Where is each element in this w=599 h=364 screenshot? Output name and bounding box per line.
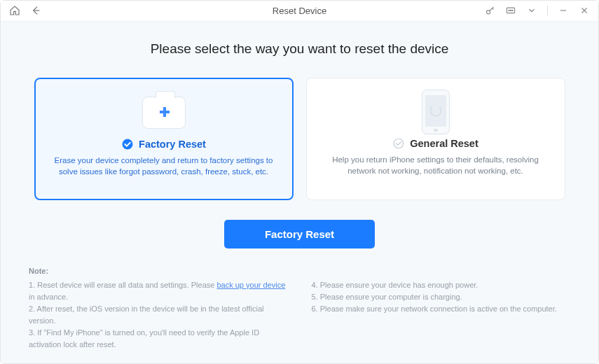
svg-point-4 xyxy=(512,10,513,10)
action-row: Factory Reset xyxy=(29,220,570,248)
svg-point-0 xyxy=(486,10,490,14)
svg-point-2 xyxy=(509,10,509,10)
content-area: Please select the way you want to reset … xyxy=(1,22,598,363)
chevron-down-icon[interactable] xyxy=(526,5,537,16)
check-filled-icon xyxy=(121,138,134,150)
notes-col-right: 4. Please ensure your device has enough … xyxy=(312,279,571,351)
factory-reset-button[interactable]: Factory Reset xyxy=(224,220,375,248)
app-window: Reset Device Please select the way you w… xyxy=(0,0,599,364)
titlebar-separator xyxy=(547,6,548,15)
back-icon[interactable] xyxy=(30,5,41,16)
svg-point-6 xyxy=(394,139,404,148)
titlebar: Reset Device xyxy=(1,1,598,22)
notes-title: Note: xyxy=(29,267,570,275)
first-aid-kit-icon xyxy=(142,92,186,134)
card-description: Erase your device completely and return … xyxy=(53,155,275,178)
backup-link[interactable]: back up your device xyxy=(216,281,285,289)
note-3: 3. If "Find My iPhone" is turned on, you… xyxy=(29,327,288,351)
close-icon[interactable] xyxy=(579,5,590,16)
phone-refresh-icon xyxy=(422,91,450,133)
card-description: Help you return iPhone settings to their… xyxy=(324,154,548,177)
note-5: 5. Please ensure your computer is chargi… xyxy=(312,291,571,303)
note-6: 6. Please make sure your network connect… xyxy=(312,303,571,315)
card-factory-reset[interactable]: Factory Reset Erase your device complete… xyxy=(34,78,294,200)
note-4: 4. Please ensure your device has enough … xyxy=(312,279,571,291)
notes-section: Note: 1. Reset device will erase all dat… xyxy=(29,267,570,351)
home-icon[interactable] xyxy=(9,5,20,16)
check-outline-icon xyxy=(392,137,405,150)
feedback-icon[interactable] xyxy=(505,5,516,16)
svg-point-5 xyxy=(123,139,133,149)
key-icon[interactable] xyxy=(484,5,495,16)
page-headline: Please select the way you want to reset … xyxy=(29,41,570,57)
card-title: Factory Reset xyxy=(139,139,206,150)
minimize-icon[interactable] xyxy=(558,5,569,16)
card-general-reset[interactable]: General Reset Help you return iPhone set… xyxy=(306,78,565,200)
svg-point-3 xyxy=(510,10,511,10)
notes-col-left: 1. Reset device will erase all data and … xyxy=(29,279,288,351)
card-title: General Reset xyxy=(410,138,478,149)
note-2: 2. After reset, the iOS version in the d… xyxy=(29,303,288,327)
note-1: 1. Reset device will erase all data and … xyxy=(29,279,288,303)
option-cards: Factory Reset Erase your device complete… xyxy=(29,78,570,200)
